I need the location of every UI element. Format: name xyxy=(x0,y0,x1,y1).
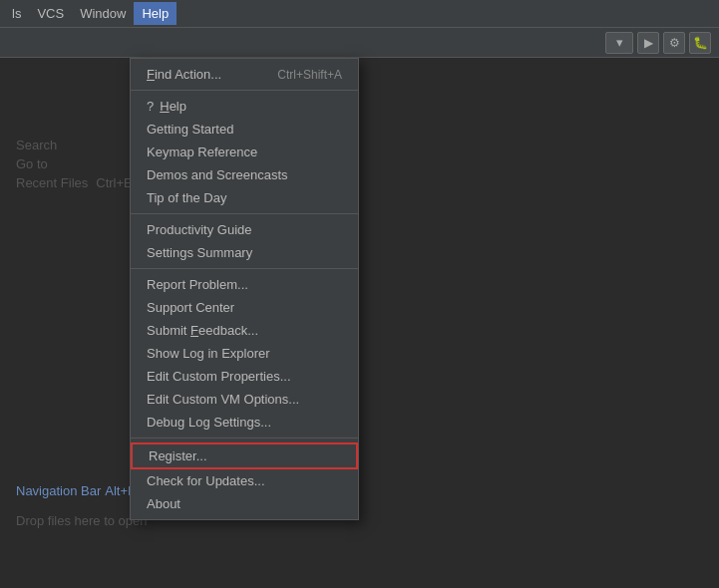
menubar-item-vcs[interactable]: VCS xyxy=(29,2,72,25)
menu-item-edit-custom-properties[interactable]: Edit Custom Properties... xyxy=(131,365,358,388)
menu-item-submit-feedback-label: Submit Feedback... xyxy=(147,323,258,338)
menu-item-submit-feedback[interactable]: Submit Feedback... xyxy=(131,319,358,342)
menu-item-show-log-explorer-label: Show Log in Explorer xyxy=(147,346,270,361)
menu-item-help[interactable]: ? Help xyxy=(131,95,358,118)
menu-item-settings-summary-label: Settings Summary xyxy=(147,245,252,260)
menu-item-tip-of-the-day[interactable]: Tip of the Day xyxy=(131,186,358,209)
menu-item-find-action-label: Find Action... xyxy=(147,67,221,82)
help-question-icon: ? xyxy=(147,99,154,114)
menu-item-demos-screencasts[interactable]: Demos and Screencasts xyxy=(131,163,358,186)
menu-item-report-problem-label: Report Problem... xyxy=(147,277,248,292)
menu-item-edit-custom-properties-label: Edit Custom Properties... xyxy=(147,369,291,384)
menu-item-demos-screencasts-label: Demos and Screencasts xyxy=(147,167,288,182)
separator-2 xyxy=(131,213,358,214)
menu-item-keymap-reference-label: Keymap Reference xyxy=(147,145,257,159)
menu-item-report-problem[interactable]: Report Problem... xyxy=(131,273,358,296)
recent-files-shortcut: Ctrl+E xyxy=(96,175,132,190)
menu-item-getting-started[interactable]: Getting Started xyxy=(131,118,358,141)
toolbar-settings-btn[interactable]: ⚙ xyxy=(663,32,685,54)
menu-item-edit-custom-vm[interactable]: Edit Custom VM Options... xyxy=(131,388,358,411)
nav-bar-label: Navigation Bar xyxy=(16,483,101,498)
toolbar-debug-btn[interactable]: 🐛 xyxy=(689,32,711,54)
menu-item-productivity-guide[interactable]: Productivity Guide xyxy=(131,218,358,241)
goto-section: Search Go to Recent Files Ctrl+E xyxy=(16,138,133,194)
drop-files-label: Drop files here to open xyxy=(16,513,148,528)
menu-item-check-updates-label: Check for Updates... xyxy=(147,473,265,488)
menu-item-help-label: Help xyxy=(160,99,186,114)
menu-item-register-label: Register... xyxy=(149,448,207,463)
menu-item-check-updates[interactable]: Check for Updates... xyxy=(131,469,358,492)
menu-item-find-action-shortcut: Ctrl+Shift+A xyxy=(277,68,342,82)
menu-item-debug-log-settings-label: Debug Log Settings... xyxy=(147,415,271,430)
menu-item-getting-started-label: Getting Started xyxy=(147,122,233,137)
menu-item-find-action[interactable]: Find Action... Ctrl+Shift+A xyxy=(131,63,358,86)
goto-label: Go to xyxy=(16,156,48,171)
toolbar: ▾ ▶ ⚙ 🐛 xyxy=(0,28,719,58)
menu-item-register[interactable]: Register... xyxy=(131,442,358,469)
toolbar-dropdown-btn[interactable]: ▾ xyxy=(605,32,633,54)
menu-item-settings-summary[interactable]: Settings Summary xyxy=(131,241,358,264)
menubar-item-help[interactable]: Help xyxy=(134,2,177,25)
toolbar-play-btn[interactable]: ▶ xyxy=(637,32,659,54)
separator-4 xyxy=(131,438,358,439)
menu-item-productivity-guide-label: Productivity Guide xyxy=(147,222,252,237)
recent-files-label: Recent Files xyxy=(16,175,88,190)
menu-item-support-center-label: Support Center xyxy=(147,300,234,315)
goto-line: Go to xyxy=(16,156,133,171)
menubar-item-window[interactable]: Window xyxy=(72,2,134,25)
menu-item-keymap-reference[interactable]: Keymap Reference xyxy=(131,141,358,163)
recent-files-line: Recent Files Ctrl+E xyxy=(16,175,133,190)
menu-item-support-center[interactable]: Support Center xyxy=(131,296,358,319)
separator-3 xyxy=(131,268,358,269)
menu-item-debug-log-settings[interactable]: Debug Log Settings... xyxy=(131,411,358,434)
menu-item-about[interactable]: About xyxy=(131,492,358,515)
menubar: ls VCS Window Help xyxy=(0,0,719,28)
search-line: Search xyxy=(16,138,133,152)
menu-item-edit-custom-vm-label: Edit Custom VM Options... xyxy=(147,392,299,407)
search-label: Search xyxy=(16,138,57,152)
menu-item-show-log-explorer[interactable]: Show Log in Explorer xyxy=(131,342,358,365)
main-area: Search Go to Recent Files Ctrl+E Navigat… xyxy=(0,58,719,588)
separator-1 xyxy=(131,90,358,91)
menu-item-about-label: About xyxy=(147,496,180,511)
help-dropdown-menu: Find Action... Ctrl+Shift+A ? Help Getti… xyxy=(130,58,359,520)
menubar-item-ls[interactable]: ls xyxy=(4,2,29,25)
menu-item-tip-of-the-day-label: Tip of the Day xyxy=(147,190,226,205)
